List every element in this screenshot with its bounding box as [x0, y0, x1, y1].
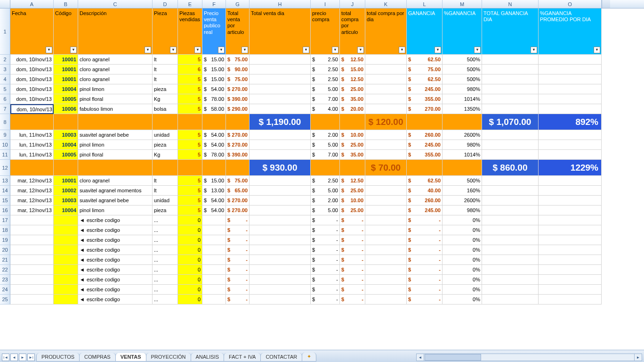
total-compra-dia-cell[interactable]	[365, 150, 407, 160]
pct-ganancia-cell[interactable]: 2600%	[443, 130, 482, 140]
precio-venta-cell[interactable]: $15.00	[202, 176, 226, 186]
pct-ganancia-cell[interactable]: 0%	[443, 295, 482, 304]
total-ganancia-dia-cell[interactable]	[482, 245, 539, 255]
total-compra-articulo-cell[interactable]: $-	[340, 285, 365, 295]
ganancia-cell[interactable]: $62.50	[407, 74, 443, 84]
sum-cell[interactable]	[178, 114, 202, 130]
row-number[interactable]: 7	[0, 104, 10, 114]
header-cell[interactable]: GANANCIA▼	[407, 8, 443, 55]
descripcion-placeholder-cell[interactable]: ◄escribe codigo	[78, 265, 153, 275]
filter-dropdown-icon[interactable]: ▼	[399, 47, 405, 53]
precio-venta-cell[interactable]: $54.00	[202, 84, 226, 94]
precio-venta-cell[interactable]	[202, 295, 226, 304]
precio-venta-cell[interactable]: $15.00	[202, 55, 226, 65]
total-venta-dia-cell[interactable]	[250, 140, 311, 150]
sheet-tab[interactable]: PRODUCTOS	[36, 353, 80, 362]
row-number[interactable]: 9	[0, 130, 10, 140]
total-compra-dia-cell[interactable]	[365, 186, 407, 196]
sum-cell[interactable]	[54, 114, 78, 130]
precio-compra-cell[interactable]: $5.00	[311, 140, 340, 150]
total-venta-articulo-cell[interactable]: $270.00	[226, 206, 250, 215]
fecha-cell[interactable]: lun, 11/nov/13	[10, 130, 54, 140]
piezas-vendidas-cell[interactable]: 5	[178, 196, 202, 206]
sheet-tab[interactable]: COMPRAS	[79, 353, 116, 362]
header-cell[interactable]: Código▼	[54, 8, 78, 55]
piezas-vendidas-cell[interactable]: 5	[178, 186, 202, 196]
pieza-cell[interactable]: lt	[153, 186, 178, 196]
total-venta-articulo-cell[interactable]: $90.00	[226, 65, 250, 74]
pct-ganancia-promedio-cell[interactable]	[539, 215, 602, 225]
total-venta-articulo-cell[interactable]: $65.00	[226, 186, 250, 196]
piezas-vendidas-cell[interactable]: 6	[178, 65, 202, 74]
column-letter[interactable]: I	[311, 0, 340, 8]
fecha-cell[interactable]: mar, 12/nov/13	[10, 186, 54, 196]
filter-dropdown-icon[interactable]: ▼	[531, 47, 537, 53]
total-venta-dia-cell[interactable]	[250, 245, 311, 255]
total-ganancia-dia-cell[interactable]	[482, 235, 539, 245]
total-compra-dia-cell[interactable]	[365, 225, 407, 235]
precio-compra-cell[interactable]: $-	[311, 295, 340, 304]
pieza-cell[interactable]: unidad	[153, 130, 178, 140]
total-venta-dia-cell[interactable]	[250, 176, 311, 186]
codigo-cell[interactable]: 10004	[54, 84, 78, 94]
total-venta-dia-cell[interactable]	[250, 186, 311, 196]
piezas-vendidas-cell[interactable]: 5	[178, 150, 202, 160]
pieza-cell[interactable]: lt	[153, 176, 178, 186]
total-compra-articulo-cell[interactable]: $-	[340, 235, 365, 245]
sheet-tab[interactable]: FACT + IVA	[224, 353, 261, 362]
pct-ganancia-cell[interactable]: 1014%	[443, 94, 482, 104]
row-number[interactable]: 4	[0, 74, 10, 84]
total-venta-dia-cell[interactable]	[250, 255, 311, 265]
total-compra-dia-cell[interactable]	[365, 285, 407, 295]
descripcion-placeholder-cell[interactable]: ◄escribe codigo	[78, 295, 153, 304]
pieza-cell[interactable]: ...	[153, 235, 178, 245]
precio-venta-cell[interactable]	[202, 255, 226, 265]
total-venta-dia-cell[interactable]	[250, 295, 311, 304]
total-ganancia-dia-cell[interactable]	[482, 215, 539, 225]
filter-dropdown-icon[interactable]: ▼	[194, 47, 201, 53]
codigo-cell[interactable]	[54, 275, 78, 285]
sum-cell[interactable]	[78, 114, 153, 130]
sum-cell[interactable]	[311, 160, 340, 176]
total-ganancia-dia-cell[interactable]	[482, 295, 539, 304]
filter-dropdown-icon[interactable]: ▼	[70, 47, 77, 53]
total-compra-articulo-cell[interactable]: $25.00	[340, 186, 365, 196]
total-venta-articulo-cell[interactable]: $-	[226, 225, 250, 235]
pct-ganancia-cell[interactable]: 980%	[443, 206, 482, 215]
descripcion-cell[interactable]: pinol limon	[78, 206, 153, 215]
column-letter[interactable]: D	[153, 0, 178, 8]
descripcion-cell[interactable]: cloro agranel	[78, 176, 153, 186]
codigo-cell[interactable]	[54, 265, 78, 275]
total-ganancia-dia-cell[interactable]	[482, 255, 539, 265]
fecha-cell[interactable]: dom, 10/nov/13	[10, 55, 54, 65]
total-venta-dia-cell[interactable]	[250, 206, 311, 215]
fecha-cell[interactable]	[10, 265, 54, 275]
sheet-tab[interactable]: CONTACTAR	[260, 353, 302, 362]
codigo-cell[interactable]: 10003	[54, 196, 78, 206]
filter-dropdown-icon[interactable]: ▼	[357, 47, 364, 53]
scroll-right-icon[interactable]: ►	[634, 354, 642, 361]
precio-compra-cell[interactable]: $-	[311, 225, 340, 235]
fecha-cell[interactable]: dom, 10/nov/13	[10, 74, 54, 84]
descripcion-cell[interactable]: pinol limon	[78, 140, 153, 150]
row-number[interactable]: 14	[0, 186, 10, 196]
fecha-cell[interactable]	[10, 255, 54, 265]
precio-venta-cell[interactable]: $54.00	[202, 140, 226, 150]
column-letter[interactable]: E	[178, 0, 202, 8]
row-number[interactable]: 5	[0, 84, 10, 94]
total-venta-articulo-cell[interactable]: $270.00	[226, 84, 250, 94]
codigo-cell[interactable]: 10005	[54, 94, 78, 104]
pct-ganancia-cell[interactable]: 0%	[443, 265, 482, 275]
pct-ganancia-promedio-cell[interactable]	[539, 84, 602, 94]
pct-ganancia-promedio-cell[interactable]	[539, 225, 602, 235]
row-number[interactable]: 22	[0, 265, 10, 275]
total-venta-dia-cell[interactable]	[250, 215, 311, 225]
row-number[interactable]: 24	[0, 285, 10, 295]
total-ganancia-dia-cell[interactable]	[482, 206, 539, 215]
piezas-vendidas-cell[interactable]: 5	[178, 130, 202, 140]
pct-ganancia-promedio-cell[interactable]	[539, 295, 602, 304]
fecha-cell[interactable]	[10, 225, 54, 235]
precio-compra-cell[interactable]: $2.50	[311, 55, 340, 65]
total-compra-dia-cell[interactable]	[365, 104, 407, 114]
ganancia-cell[interactable]: $-	[407, 215, 443, 225]
